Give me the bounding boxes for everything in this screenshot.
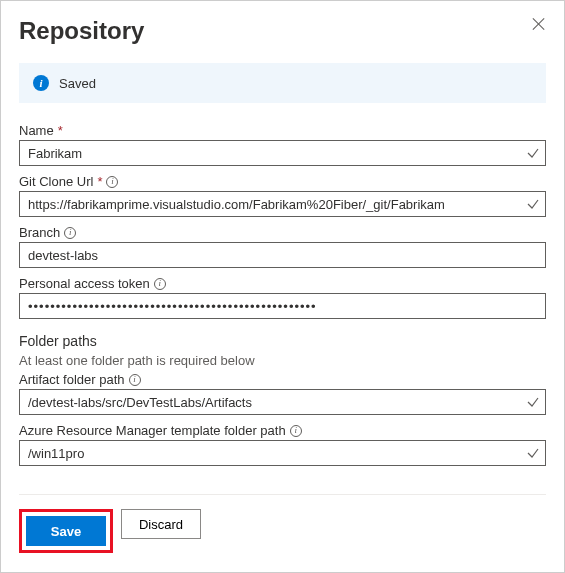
info-icon[interactable]: i xyxy=(106,176,118,188)
clone-url-label: Git Clone Url* i xyxy=(19,174,546,189)
clone-url-input[interactable] xyxy=(19,191,546,217)
arm-path-label: Azure Resource Manager template folder p… xyxy=(19,423,546,438)
divider xyxy=(19,494,546,495)
info-icon[interactable]: i xyxy=(129,374,141,386)
info-icon[interactable]: i xyxy=(154,278,166,290)
repository-panel: Repository i Saved Name* Git Clone Url* … xyxy=(0,0,565,573)
pat-input[interactable] xyxy=(19,293,546,319)
discard-button[interactable]: Discard xyxy=(121,509,201,539)
folder-paths-hint: At least one folder path is required bel… xyxy=(19,353,546,368)
info-icon: i xyxy=(33,75,49,91)
artifact-path-input[interactable] xyxy=(19,389,546,415)
artifact-path-label: Artifact folder path i xyxy=(19,372,546,387)
save-button[interactable]: Save xyxy=(26,516,106,546)
close-icon[interactable] xyxy=(532,17,546,31)
save-highlight: Save xyxy=(19,509,113,553)
info-icon[interactable]: i xyxy=(290,425,302,437)
required-mark: * xyxy=(97,174,102,189)
required-mark: * xyxy=(58,123,63,138)
button-row: Save Discard xyxy=(19,509,546,553)
branch-input[interactable] xyxy=(19,242,546,268)
folder-paths-title: Folder paths xyxy=(19,333,546,349)
arm-path-input[interactable] xyxy=(19,440,546,466)
name-label: Name* xyxy=(19,123,546,138)
info-icon[interactable]: i xyxy=(64,227,76,239)
panel-title: Repository xyxy=(19,17,144,45)
name-input[interactable] xyxy=(19,140,546,166)
status-message: Saved xyxy=(59,76,96,91)
pat-label: Personal access token i xyxy=(19,276,546,291)
status-banner: i Saved xyxy=(19,63,546,103)
branch-label: Branch i xyxy=(19,225,546,240)
panel-header: Repository xyxy=(19,17,546,45)
